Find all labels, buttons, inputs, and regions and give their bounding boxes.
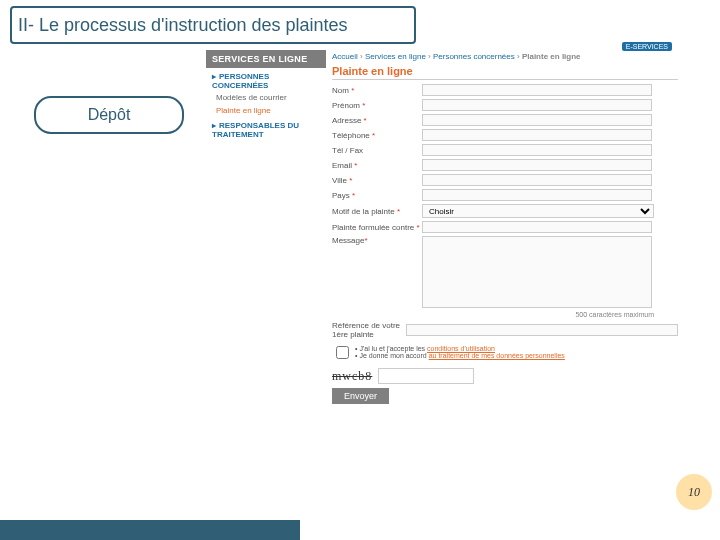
chevron-right-icon: ▸ [212,121,216,130]
field-prenom: Prénom * [332,99,678,111]
chevron-right-icon: ▸ [212,72,216,81]
adresse-input[interactable] [422,114,652,126]
slide: II- Le processus d'instruction des plain… [0,0,720,540]
field-email: Email * [332,159,678,171]
sidebar-header: SERVICES EN LIGNE [206,50,326,68]
page-number: 10 [688,485,700,500]
depot-pill: Dépôt [34,96,184,134]
telephone-input[interactable] [422,129,652,141]
prenom-input[interactable] [422,99,652,111]
captcha-image: mwcb8 [332,369,372,384]
crumb-current: Plainte en ligne [522,52,581,61]
crumb-personnes[interactable]: Personnes concernées [433,52,515,61]
field-pays: Pays * [332,189,678,201]
embedded-screenshot: E-SERVICES SERVICES EN LIGNE ▸PERSONNES … [206,50,678,404]
footer-bar [0,520,300,540]
message-textarea[interactable] [422,236,652,308]
eservices-badge: E-SERVICES [622,42,672,51]
title-underline [18,42,408,44]
slide-title: II- Le processus d'instruction des plain… [18,15,348,36]
nom-input[interactable] [422,84,652,96]
contre-input[interactable] [422,221,652,233]
fax-input[interactable] [422,144,652,156]
form-title: Plainte en ligne [332,65,678,80]
crumb-services[interactable]: Services en ligne [365,52,426,61]
slide-title-box: II- Le processus d'instruction des plain… [10,6,416,44]
crumb-accueil[interactable]: Accueil [332,52,358,61]
pays-input[interactable] [422,189,652,201]
consent-block: • J'ai lu et j'accepte les conditions d'… [332,345,678,362]
field-motif: Motif de la plainte *Choisir [332,204,678,218]
field-adresse: Adresse * [332,114,678,126]
captcha-row: mwcb8 [332,368,678,384]
conditions-link[interactable]: conditions d'utilisation [427,345,495,352]
field-ref: Référence de votre 1ère plainte [332,321,678,339]
main-panel: Accueil › Services en ligne › Personnes … [332,50,678,404]
max-chars-note: 500 caractères maximum [332,311,654,318]
submit-button[interactable]: Envoyer [332,388,389,404]
email-input[interactable] [422,159,652,171]
motif-select[interactable]: Choisir [422,204,654,218]
sidebar-section-personnes: ▸PERSONNES CONCERNÉES [206,68,326,91]
ville-input[interactable] [422,174,652,186]
page-number-badge: 10 [676,474,712,510]
ref-input[interactable] [406,324,678,336]
data-link[interactable]: au traitement de mes données personnelle… [429,352,565,359]
consent-checkbox[interactable] [336,346,349,359]
sidebar-section-responsables: ▸RESPONSABLES DU TRAITEMENT [206,117,326,140]
sidebar-item-plainte[interactable]: Plainte en ligne [206,104,326,117]
captcha-input[interactable] [378,368,474,384]
depot-label: Dépôt [88,106,131,124]
field-contre: Plainte formulée contre * [332,221,678,233]
sidebar-item-modeles[interactable]: Modèles de courrier [206,91,326,104]
field-telephone: Téléphone * [332,129,678,141]
field-message: Message* [332,236,678,308]
breadcrumb: Accueil › Services en ligne › Personnes … [332,50,678,65]
field-nom: Nom * [332,84,678,96]
field-ville: Ville * [332,174,678,186]
field-fax: Tél / Fax [332,144,678,156]
sidebar: SERVICES EN LIGNE ▸PERSONNES CONCERNÉES … [206,50,326,140]
